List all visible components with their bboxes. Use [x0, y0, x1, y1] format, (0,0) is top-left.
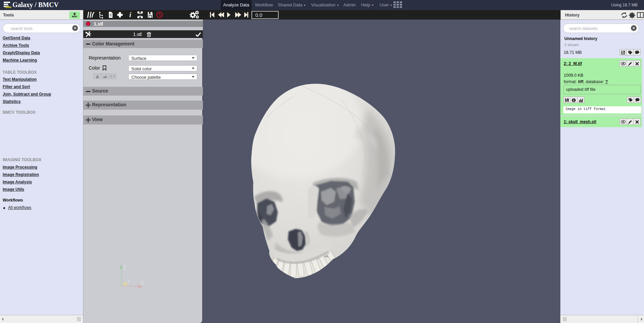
svg-text:i: i [129, 11, 131, 19]
svg-text:Z: Z [123, 265, 127, 271]
svg-text:Y: Y [127, 279, 131, 284]
svg-text:X: X [140, 280, 144, 286]
svg-text:0.0: 0.0 [255, 12, 262, 18]
